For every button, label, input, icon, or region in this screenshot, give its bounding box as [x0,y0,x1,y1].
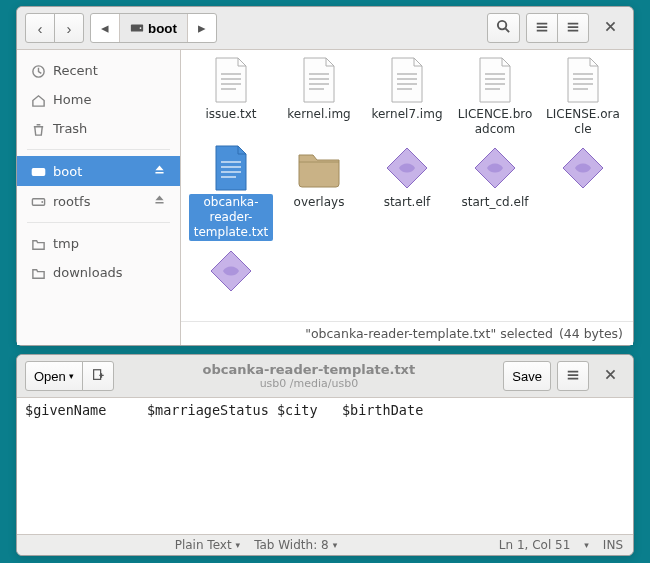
file-thumbnail [559,144,607,192]
editor-subtitle: usb0 /media/usb0 [120,377,497,390]
folder-icon [31,237,45,251]
icon-grid[interactable]: issue.txt kernel.img kernel7.img LICENCE… [181,50,633,321]
sidebar-item-trash[interactable]: Trash [17,114,180,143]
home-icon [31,93,45,107]
statusbar: "obcanka-reader-template.txt" selected (… [181,321,633,345]
sidebar-item-recent[interactable]: Recent [17,56,180,85]
chevron-down-icon: ▾ [236,540,241,550]
file-label: kernel.img [283,106,354,123]
new-tab-button[interactable] [82,361,114,391]
editor-content[interactable]: $givenName $marriageStatus $city $birthD… [17,398,633,534]
file-thumbnail [383,144,431,192]
file-item[interactable]: start_cd.elf [451,142,539,243]
insert-mode[interactable]: INS [603,538,623,552]
file-thumbnail [471,144,519,192]
app-menu-button[interactable] [557,13,589,43]
file-item[interactable]: kernel.img [275,54,363,140]
file-label: obcanka-reader-template.txt [189,194,273,241]
new-document-icon [91,368,105,385]
chevron-down-icon: ▾ [333,540,338,550]
syntax-selector[interactable]: Plain Text ▾ [175,538,240,552]
svg-point-6 [41,171,43,173]
view-options-button[interactable] [526,13,558,43]
eject-icon[interactable] [153,193,166,209]
file-thumbnail [471,56,519,104]
file-manager-window: ‹ › ◂ boot ▸ [16,6,634,346]
path-prev-button[interactable]: ◂ [91,14,119,42]
path-segment-label: boot [148,21,177,36]
sidebar-item-label: tmp [53,236,79,251]
save-button[interactable]: Save [503,361,551,391]
close-icon [604,20,617,36]
close-button[interactable] [595,13,625,43]
editor-statusbar: Plain Text ▾ Tab Width: 8 ▾ Ln 1, Col 51… [17,534,633,555]
sidebar-item-home[interactable]: Home [17,85,180,114]
drive-icon [31,194,45,208]
editor-toolbar: Open ▾ obcanka-reader-template.txt usb0 … [17,355,633,398]
file-label: LICENCE.broadcom [453,106,537,138]
chevron-down-icon: ▾ [69,371,74,381]
file-item[interactable] [187,245,275,301]
file-item[interactable]: obcanka-reader-template.txt [187,142,275,243]
file-item[interactable]: LICENCE.broadcom [451,54,539,140]
path-segment-boot[interactable]: boot [120,14,187,42]
file-label: issue.txt [201,106,260,123]
search-icon [496,19,511,37]
nav-buttons: ‹ › [25,13,84,43]
drive-icon [31,164,45,178]
search-button[interactable] [487,13,520,43]
save-label: Save [512,369,542,384]
sidebar-item-rootfs[interactable]: rootfs [17,186,180,216]
back-button[interactable]: ‹ [25,13,55,43]
sidebar-item-label: Recent [53,63,98,78]
file-item[interactable]: LICENSE.oracle [539,54,627,140]
icon-view: issue.txt kernel.img kernel7.img LICENCE… [181,50,633,345]
file-thumbnail [207,144,255,192]
file-item[interactable]: kernel7.img [363,54,451,140]
file-thumbnail [207,247,255,295]
open-label: Open [34,369,66,384]
eject-icon[interactable] [153,163,166,179]
sidebar-item-tmp[interactable]: tmp [17,229,180,258]
sidebar-item-downloads[interactable]: downloads [17,258,180,287]
file-thumbnail [559,56,607,104]
hamburger-icon [535,20,549,37]
position-menu[interactable]: ▾ [584,540,589,550]
file-thumbnail [295,56,343,104]
svg-point-8 [41,201,43,203]
file-thumbnail [295,144,343,192]
hamburger-icon [566,368,580,385]
editor-title-block: obcanka-reader-template.txt usb0 /media/… [120,362,497,391]
svg-point-2 [498,21,506,29]
view-menu-group [526,13,589,43]
editor-title: obcanka-reader-template.txt [120,362,497,378]
file-manager-toolbar: ‹ › ◂ boot ▸ [17,7,633,50]
status-selection: "obcanka-reader-template.txt" selected [305,326,553,341]
trash-icon [31,122,45,136]
editor-close-button[interactable] [595,361,625,391]
file-thumbnail [383,56,431,104]
tabwidth-selector[interactable]: Tab Width: 8 ▾ [254,538,337,552]
forward-button[interactable]: › [54,13,84,43]
clock-icon [31,64,45,78]
path-bar: ◂ boot ▸ [90,13,217,43]
file-label: LICENSE.oracle [541,106,625,138]
open-button[interactable]: Open ▾ [25,361,83,391]
file-label: start.elf [380,194,435,211]
file-item[interactable] [539,142,627,243]
sidebar-item-boot[interactable]: boot [17,156,180,186]
sidebar: Recent Home Trash boot rootfs tmp downlo… [17,50,181,345]
file-item[interactable]: overlays [275,142,363,243]
editor-menu-button[interactable] [557,361,589,391]
file-item[interactable]: issue.txt [187,54,275,140]
text-editor-window: Open ▾ obcanka-reader-template.txt usb0 … [16,354,634,556]
close-icon [604,368,617,384]
path-next-button[interactable]: ▸ [188,14,216,42]
file-thumbnail [207,56,255,104]
file-label [227,297,235,299]
svg-point-1 [140,27,142,29]
file-item[interactable]: start.elf [363,142,451,243]
svg-rect-33 [94,369,101,379]
sidebar-item-label: Trash [53,121,87,136]
sidebar-item-label: rootfs [53,194,90,209]
